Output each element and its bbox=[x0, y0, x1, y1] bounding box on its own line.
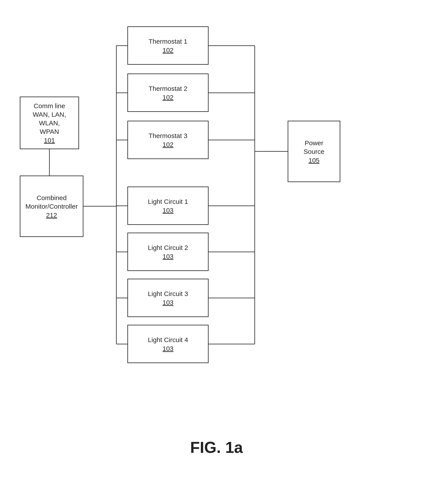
power-source-title2: Source bbox=[304, 147, 324, 156]
lc3-ref: 103 bbox=[163, 299, 174, 306]
thermostat1-box: Thermostat 1 102 bbox=[127, 26, 209, 65]
thermostat1-title: Thermostat 1 bbox=[149, 37, 187, 46]
thermostat3-title: Thermostat 3 bbox=[149, 131, 187, 140]
thermostat2-box: Thermostat 2 102 bbox=[127, 73, 209, 112]
thermostat2-ref: 102 bbox=[163, 94, 174, 101]
power-source-ref: 105 bbox=[308, 157, 320, 164]
power-source-box: Power Source 105 bbox=[288, 121, 340, 182]
light-circuit1-box: Light Circuit 1 103 bbox=[127, 187, 209, 225]
controller-box: Combined Monitor/Controller 212 bbox=[20, 176, 83, 237]
comm-line-ref: 101 bbox=[44, 137, 55, 144]
light-circuit3-box: Light Circuit 3 103 bbox=[127, 279, 209, 317]
thermostat3-box: Thermostat 3 102 bbox=[127, 121, 209, 159]
lc2-title: Light Circuit 2 bbox=[148, 243, 188, 252]
light-circuit2-box: Light Circuit 2 103 bbox=[127, 233, 209, 271]
lc1-title: Light Circuit 1 bbox=[148, 197, 188, 206]
figure-label: FIG. 1a bbox=[190, 438, 243, 456]
comm-line-title3: WLAN, bbox=[39, 119, 60, 127]
light-circuit4-box: Light Circuit 4 103 bbox=[127, 325, 209, 363]
connection-lines bbox=[13, 13, 420, 474]
comm-line-title: Comm line bbox=[34, 102, 65, 110]
thermostat1-ref: 102 bbox=[163, 46, 174, 54]
diagram-container: Comm line WAN, LAN, WLAN, WPAN 101 Combi… bbox=[13, 13, 420, 474]
comm-line-title2: WAN, LAN, bbox=[33, 110, 66, 119]
thermostat2-title: Thermostat 2 bbox=[149, 84, 187, 93]
power-source-title1: Power bbox=[304, 139, 323, 147]
comm-line-title4: WPAN bbox=[40, 127, 59, 136]
lc2-ref: 103 bbox=[163, 253, 174, 260]
thermostat3-ref: 102 bbox=[163, 141, 174, 148]
lc4-title: Light Circuit 4 bbox=[148, 335, 188, 344]
lc4-ref: 103 bbox=[163, 345, 174, 352]
lc1-ref: 103 bbox=[163, 207, 174, 214]
comm-line-box: Comm line WAN, LAN, WLAN, WPAN 101 bbox=[20, 97, 79, 149]
lc3-title: Light Circuit 3 bbox=[148, 289, 188, 298]
controller-title2: Monitor/Controller bbox=[26, 202, 78, 211]
controller-title1: Combined bbox=[37, 194, 67, 202]
controller-ref: 212 bbox=[46, 212, 57, 219]
